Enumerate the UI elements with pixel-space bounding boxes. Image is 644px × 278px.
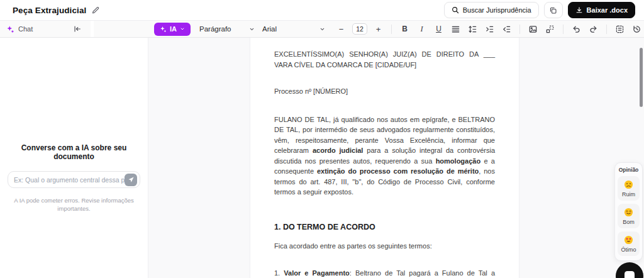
align-justify-icon [451, 25, 460, 34]
document-paragraph[interactable]: Fica acordado entre as partes os seguint… [274, 241, 495, 252]
document-paragraph[interactable]: FULANO DE TAL, já qualificado nos autos … [274, 114, 495, 197]
chat-sidebar-title: Converse com a IA sobre seu documento [0, 143, 148, 161]
transform-icon [545, 25, 555, 34]
opinion-bad-button[interactable]: Ruim [618, 176, 640, 201]
bold-button[interactable]: B [397, 22, 412, 36]
redo-icon [589, 25, 598, 34]
document-paragraph[interactable]: EXCELENTÍSSIMO(A) SENHOR(A) JUIZ(A) DE D… [274, 49, 495, 70]
document-paragraph[interactable]: 1. Valor e Pagamento: Beltrano de Tal pa… [274, 268, 495, 278]
copy-icon [549, 6, 557, 14]
ia-menu-button[interactable]: IA [154, 23, 191, 36]
chevron-down-icon [180, 26, 185, 31]
paragraph-style-dropdown[interactable]: Parágrafo [199, 22, 255, 36]
toolbar-separator [519, 25, 520, 34]
document-area: EXCELENTÍSSIMO(A) SENHOR(A) JUIZ(A) DE D… [148, 38, 644, 278]
opinion-panel: Opinião Ruim Bom Ótimo [614, 162, 643, 261]
opinion-good-button[interactable]: Bom [618, 204, 640, 228]
font-size-decrease-button[interactable]: − [334, 22, 348, 36]
select-content-button[interactable] [613, 22, 627, 36]
edit-title-button[interactable] [91, 6, 100, 14]
insert-image-button[interactable] [526, 22, 540, 36]
chevron-down-icon [249, 26, 255, 32]
indent-decrease-button[interactable] [499, 22, 514, 36]
editor-toolbar: IA Parágrafo Arial − 12 + B I U [94, 20, 644, 37]
ai-disclaimer: A IA pode cometer erros. Revise informaç… [0, 196, 148, 213]
chat-input-container [8, 171, 140, 188]
font-family-dropdown[interactable]: Arial [262, 22, 325, 36]
search-icon [452, 6, 459, 14]
chevron-down-icon [319, 26, 325, 32]
italic-button[interactable]: I [414, 22, 429, 36]
search-jurisprudence-button[interactable]: Buscar Jurisprudência [444, 2, 539, 18]
selection-box-icon [615, 25, 625, 34]
chat-input[interactable] [14, 176, 125, 184]
line-spacing-button[interactable] [465, 22, 480, 36]
toolbar-separator [606, 25, 607, 34]
justify-button[interactable] [448, 22, 463, 36]
line-spacing-icon [468, 25, 477, 34]
document-page[interactable]: EXCELENTÍSSIMO(A) SENHOR(A) JUIZ(A) DE D… [250, 38, 519, 278]
download-docx-button[interactable]: Baixar .docx [568, 2, 635, 18]
pencil-icon [91, 6, 100, 14]
toolbar-separator [563, 25, 564, 34]
indent-decrease-icon [502, 25, 511, 34]
heart-eyes-emoji-icon [624, 235, 633, 245]
undo-icon [572, 25, 581, 34]
indent-increase-icon [485, 25, 494, 34]
toolbar-row: Chat IA Parágrafo Arial [0, 20, 644, 38]
undo-button[interactable] [569, 22, 584, 36]
send-icon [128, 176, 135, 183]
download-icon [575, 6, 583, 14]
chat-panel-header: Chat [0, 20, 91, 37]
scrollbar-thumb[interactable] [640, 48, 643, 107]
opinion-title: Opinião [618, 167, 640, 173]
toolbar-separator [391, 25, 392, 34]
copy-button[interactable] [544, 2, 563, 18]
transform-button[interactable] [543, 22, 557, 36]
sparkles-icon [160, 26, 167, 33]
indent-increase-button[interactable] [482, 22, 497, 36]
chat-label: Chat [18, 25, 33, 33]
redo-button[interactable] [586, 22, 601, 36]
happy-face-emoji-icon [624, 208, 633, 217]
collapse-sidebar-button[interactable] [73, 25, 82, 33]
version-history-button[interactable] [630, 22, 644, 36]
sparkles-icon [6, 25, 14, 33]
page-title: Peça Extrajudicial [13, 6, 86, 15]
underline-button[interactable]: U [431, 22, 446, 36]
chat-widget-icon [623, 269, 636, 278]
document-paragraph[interactable]: Processo nº [NÚMERO] [274, 86, 495, 97]
opinion-great-button[interactable]: Ótimo [618, 231, 640, 256]
send-message-button[interactable] [125, 174, 137, 186]
app-header: Peça Extrajudicial Buscar Jurisprudência… [0, 0, 644, 20]
sad-face-emoji-icon [624, 180, 633, 189]
history-icon [632, 25, 641, 34]
collapse-sidebar-icon [73, 25, 82, 33]
ai-chat-sidebar: Converse com a IA sobre seu documento A … [0, 38, 148, 278]
image-icon [528, 25, 538, 34]
font-size-increase-button[interactable]: + [371, 22, 386, 36]
font-size-value: 12 [352, 23, 367, 35]
document-section-heading[interactable]: 1. DO TERMO DE ACORDO [274, 221, 495, 233]
chat-widget-button[interactable] [616, 262, 643, 278]
